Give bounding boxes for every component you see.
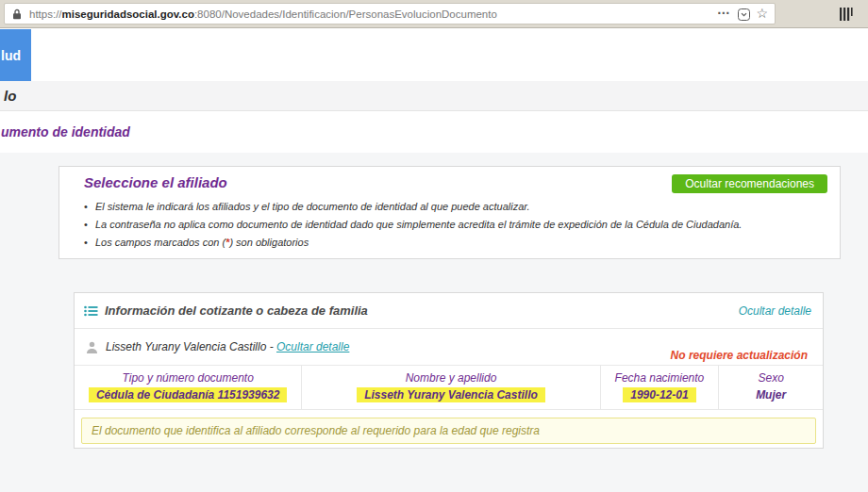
recommendation-text: Los campos marcados con ( [95, 237, 225, 248]
column-header: Fecha nacimiento [601, 371, 719, 385]
table-cell-birthdate: Fecha nacimiento 1990-12-01 [601, 366, 720, 409]
member-panel-title: Información del cotizante o cabeza de fa… [105, 303, 368, 318]
hide-detail-link[interactable]: Ocultar detalle [739, 304, 811, 318]
recommendation-item: El sistema le indicará los afiliados y e… [84, 198, 825, 216]
validation-note: El documento que identifica al afiliado … [81, 418, 816, 444]
member-panel-header: Información del cotizante o cabeza de fa… [75, 293, 823, 329]
sex-value: Mujer [756, 387, 786, 402]
document-value: Cédula de Ciudadanía 1151939632 [89, 387, 288, 402]
recommendation-item: La contraseña no aplica como documento d… [84, 216, 825, 234]
person-name: Lisseth Yurany Valencia Castillo [106, 340, 266, 353]
browser-toolbar: https://miseguridadsocial.gov.co:8080/No… [0, 0, 868, 28]
url-domain: miseguridadsocial.gov.co [62, 8, 194, 20]
person-row: Lisseth Yurany Valencia Castillo - Ocult… [75, 329, 823, 366]
column-header: Tipo y número documento [75, 371, 301, 385]
page-title-band: umento de identidad [0, 111, 868, 153]
page-title: umento de identidad [1, 124, 130, 139]
page-actions-icon[interactable]: ⋯ [717, 5, 731, 20]
list-icon [84, 305, 98, 317]
validation-note-text: El documento que identifica al afiliado … [92, 424, 540, 437]
birthdate-value: 1990-12-01 [623, 387, 695, 402]
recommendation-text: ) son obligatorios [229, 237, 309, 248]
recommendations-list: El sistema le indicará los afiliados y e… [84, 198, 825, 252]
name-link-separator: - [266, 340, 276, 353]
recommendation-text: La contraseña no aplica como documento d… [95, 219, 743, 230]
module-bar: lo [0, 81, 868, 111]
url-path: :8080/Novedades/Identificacion/PersonasE… [194, 8, 497, 20]
table-cell-sex: Sexo Mujer [719, 366, 823, 409]
member-panel: Información del cotizante o cabeza de fa… [74, 292, 824, 449]
bookmark-star-icon[interactable]: ☆ [756, 6, 768, 21]
table-cell-document: Tipo y número documento Cédula de Ciudad… [75, 366, 302, 409]
recommendation-item: Los campos marcados con (*) son obligato… [84, 234, 825, 252]
site-logo[interactable]: lud [0, 29, 31, 81]
toolbar-bars-icon[interactable] [840, 8, 855, 25]
person-icon [86, 341, 98, 353]
person-hide-detail-link[interactable]: Ocultar detalle [276, 340, 349, 353]
column-header: Sexo [719, 371, 823, 385]
person-data-table: Tipo y número documento Cédula de Ciudad… [75, 366, 823, 410]
lock-icon[interactable] [12, 8, 22, 20]
column-header: Nombre y apellido [302, 371, 599, 385]
url-scheme: https:// [29, 8, 62, 20]
status-text: No requiere actualización [671, 349, 808, 362]
module-title: lo [4, 88, 16, 104]
section-title: Seleccione el afiliado [84, 174, 227, 190]
url-bar[interactable]: https://miseguridadsocial.gov.co:8080/No… [4, 3, 776, 25]
recommendation-text: El sistema le indicará los afiliados y e… [95, 201, 530, 212]
page-content: Seleccione el afiliado Ocultar recomenda… [0, 153, 868, 492]
table-cell-name: Nombre y apellido Lisseth Yurany Valenci… [302, 366, 600, 409]
url-text: https://miseguridadsocial.gov.co:8080/No… [29, 8, 497, 20]
name-value: Lisseth Yurany Valencia Castillo [357, 387, 545, 402]
recommendations-panel: Seleccione el afiliado Ocultar recomenda… [58, 166, 841, 259]
pocket-icon[interactable] [738, 8, 750, 25]
site-header: lud [0, 28, 868, 81]
browser-window: https://miseguridadsocial.gov.co:8080/No… [0, 0, 868, 492]
hide-recommendations-button[interactable]: Ocultar recomendaciones [672, 174, 827, 193]
